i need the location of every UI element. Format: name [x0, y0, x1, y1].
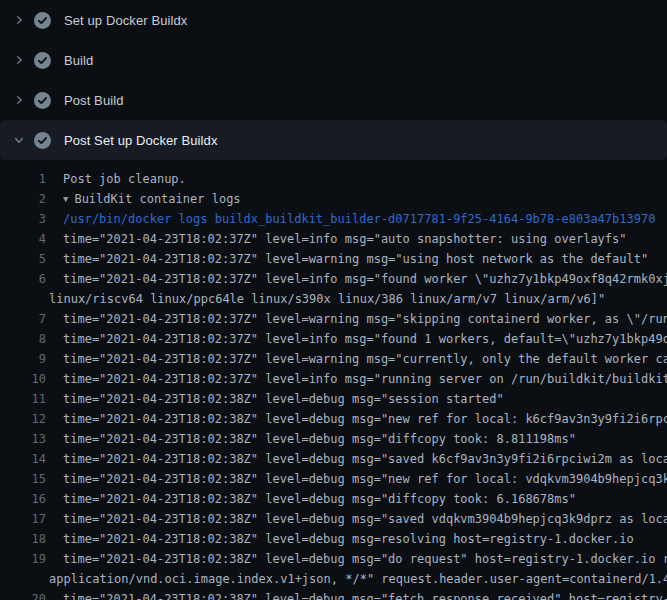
log-text: time="2021-04-23T18:02:37Z" level=info m…: [63, 329, 667, 349]
log-text: time="2021-04-23T18:02:38Z" level=debug …: [63, 529, 634, 549]
log-text: time="2021-04-23T18:02:38Z" level=debug …: [63, 489, 576, 509]
log-line-number[interactable]: 20: [0, 589, 46, 600]
step-label: Build: [64, 53, 93, 68]
log-text: time="2021-04-23T18:02:38Z" level=debug …: [63, 509, 667, 529]
log-line-6: 6time="2021-04-23T18:02:37Z" level=info …: [0, 269, 667, 289]
chevron-right-icon[interactable]: [12, 93, 26, 107]
log-text: linux/riscv64 linux/ppc64le linux/s390x …: [49, 289, 605, 309]
log-line-number[interactable]: 2: [0, 189, 46, 209]
log-line-20: 20time="2021-04-23T18:02:38Z" level=debu…: [0, 589, 667, 600]
log-line-continuation: application/vnd.oci.image.index.v1+json,…: [0, 569, 667, 589]
check-circle-icon: [34, 92, 51, 109]
chevron-down-icon[interactable]: [12, 133, 26, 147]
log-line-number[interactable]: 5: [0, 249, 46, 269]
log-line-13: 13time="2021-04-23T18:02:38Z" level=debu…: [0, 429, 667, 449]
log-line-12: 12time="2021-04-23T18:02:38Z" level=debu…: [0, 409, 667, 429]
log-text: time="2021-04-23T18:02:38Z" level=debug …: [63, 469, 667, 489]
log-line-3: 3/usr/bin/docker logs buildx_buildkit_bu…: [0, 209, 667, 229]
log-line-number[interactable]: 7: [0, 309, 46, 329]
step-row-build[interactable]: Build: [0, 40, 667, 80]
log-line-17: 17time="2021-04-23T18:02:38Z" level=debu…: [0, 509, 667, 529]
log-text: ▼BuildKit container logs: [63, 189, 241, 209]
log-line-number[interactable]: 9: [0, 349, 46, 369]
step-label: Post Build: [64, 93, 124, 108]
log-line-19: 19time="2021-04-23T18:02:38Z" level=debu…: [0, 549, 667, 569]
chevron-right-icon[interactable]: [12, 13, 26, 27]
chevron-right-icon[interactable]: [12, 53, 26, 67]
step-label: Set up Docker Buildx: [64, 13, 187, 28]
log-text: time="2021-04-23T18:02:38Z" level=debug …: [63, 409, 667, 429]
log-text: time="2021-04-23T18:02:37Z" level=info m…: [63, 369, 667, 389]
log-line-8: 8time="2021-04-23T18:02:37Z" level=info …: [0, 329, 667, 349]
log-text: time="2021-04-23T18:02:38Z" level=debug …: [63, 549, 667, 569]
log-line-number[interactable]: 1: [0, 169, 46, 189]
log-line-14: 14time="2021-04-23T18:02:38Z" level=debu…: [0, 449, 667, 469]
log-line-number[interactable]: 6: [0, 269, 46, 289]
log-text: time="2021-04-23T18:02:37Z" level=info m…: [63, 229, 627, 249]
log-line-number[interactable]: 13: [0, 429, 46, 449]
log-line-number[interactable]: 19: [0, 549, 46, 569]
log-line-7: 7time="2021-04-23T18:02:37Z" level=warni…: [0, 309, 667, 329]
log-line-number[interactable]: 3: [0, 209, 46, 229]
log-line-10: 10time="2021-04-23T18:02:37Z" level=info…: [0, 369, 667, 389]
log-text: time="2021-04-23T18:02:37Z" level=warnin…: [63, 249, 648, 269]
log-line-number[interactable]: 18: [0, 529, 46, 549]
log-line-number[interactable]: 8: [0, 329, 46, 349]
log-text: Post job cleanup.: [63, 169, 186, 189]
step-label: Post Set up Docker Buildx: [64, 133, 218, 148]
log-text: time="2021-04-23T18:02:38Z" level=debug …: [63, 589, 667, 600]
step-row-post-build[interactable]: Post Build: [0, 80, 667, 120]
log-line-11: 11time="2021-04-23T18:02:38Z" level=debu…: [0, 389, 667, 409]
log-text: time="2021-04-23T18:02:38Z" level=debug …: [63, 449, 667, 469]
log-line-number[interactable]: 16: [0, 489, 46, 509]
check-circle-icon: [34, 132, 51, 149]
check-circle-icon: [34, 52, 51, 69]
log-text: time="2021-04-23T18:02:37Z" level=warnin…: [63, 309, 667, 329]
log-line-number[interactable]: 11: [0, 389, 46, 409]
log-line-number[interactable]: 4: [0, 229, 46, 249]
log-text: time="2021-04-23T18:02:38Z" level=debug …: [63, 429, 576, 449]
log-line-number[interactable]: 10: [0, 369, 46, 389]
step-row-set-up-docker-buildx[interactable]: Set up Docker Buildx: [0, 0, 667, 40]
log-line-18: 18time="2021-04-23T18:02:38Z" level=debu…: [0, 529, 667, 549]
log-line-4: 4time="2021-04-23T18:02:37Z" level=info …: [0, 229, 667, 249]
log-area: 1Post job cleanup.2▼BuildKit container l…: [0, 160, 667, 600]
log-text: time="2021-04-23T18:02:37Z" level=info m…: [63, 269, 667, 289]
log-command-text: /usr/bin/docker logs buildx_buildkit_bui…: [63, 209, 655, 229]
log-line-1: 1Post job cleanup.: [0, 169, 667, 189]
log-line-number[interactable]: 17: [0, 509, 46, 529]
log-line-16: 16time="2021-04-23T18:02:38Z" level=debu…: [0, 489, 667, 509]
log-text: time="2021-04-23T18:02:37Z" level=warnin…: [63, 349, 667, 369]
log-line-continuation: linux/riscv64 linux/ppc64le linux/s390x …: [0, 289, 667, 309]
log-line-number[interactable]: 15: [0, 469, 46, 489]
check-circle-icon: [34, 12, 51, 29]
log-line-15: 15time="2021-04-23T18:02:38Z" level=debu…: [0, 469, 667, 489]
log-line-9: 9time="2021-04-23T18:02:37Z" level=warni…: [0, 349, 667, 369]
log-line-number[interactable]: 12: [0, 409, 46, 429]
group-title[interactable]: BuildKit container logs: [74, 192, 240, 206]
steps-list: Set up Docker BuildxBuildPost BuildPost …: [0, 0, 667, 160]
group-collapse-triangle-icon[interactable]: ▼: [63, 189, 68, 209]
log-line-2: 2▼BuildKit container logs: [0, 189, 667, 209]
log-text: time="2021-04-23T18:02:38Z" level=debug …: [63, 389, 504, 409]
log-text: application/vnd.oci.image.index.v1+json,…: [49, 569, 667, 589]
log-line-number[interactable]: 14: [0, 449, 46, 469]
log-line-5: 5time="2021-04-23T18:02:37Z" level=warni…: [0, 249, 667, 269]
step-row-post-set-up-docker-buildx[interactable]: Post Set up Docker Buildx: [0, 120, 667, 160]
